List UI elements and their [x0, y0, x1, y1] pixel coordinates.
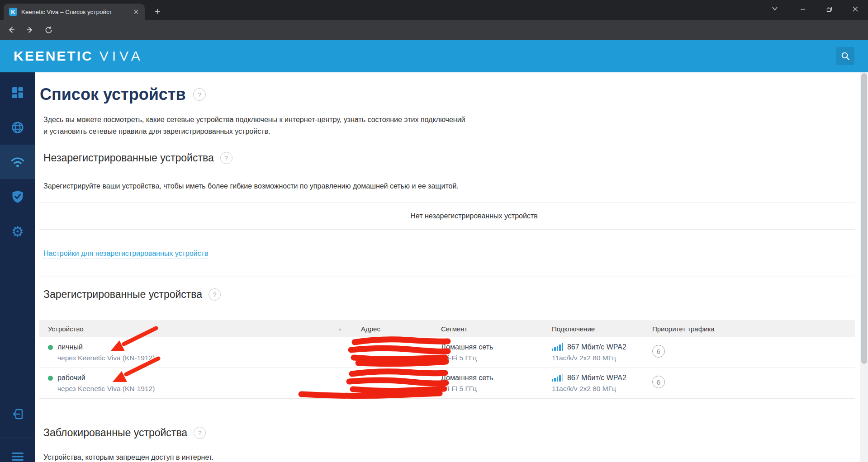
- sidebar-item-management[interactable]: ⚙: [0, 214, 35, 249]
- device-segment: Домашняя сеть: [441, 343, 552, 351]
- connection-mode: 11ac/k/v 2x2 80 МГц: [552, 385, 648, 393]
- wifi-icon: [10, 156, 25, 168]
- sidebar-item-internet[interactable]: [0, 110, 35, 145]
- page-help-button[interactable]: ?: [193, 88, 206, 101]
- page-intro: Здесь вы можете посмотреть, какие сетевы…: [43, 114, 465, 137]
- device-via: через Keenetic Viva (KN-1912): [57, 385, 361, 393]
- registered-help-button[interactable]: ?: [209, 288, 221, 301]
- brand-secondary: VIVA: [100, 48, 144, 64]
- sidebar-menu-toggle[interactable]: [0, 444, 35, 462]
- column-header-priority[interactable]: Приоритет трафика: [648, 321, 855, 337]
- logout-icon: [11, 408, 24, 420]
- unregistered-settings-link[interactable]: Настройки для незарегистрированных устро…: [43, 250, 208, 259]
- gear-icon: ⚙: [11, 225, 24, 239]
- sidebar-logout[interactable]: [0, 397, 35, 431]
- device-band: Wi-Fi 5 ГГц: [441, 354, 552, 362]
- sidebar-item-dashboard[interactable]: [0, 75, 35, 110]
- sort-ascending-icon: ▲: [338, 327, 342, 331]
- window-minimize-button[interactable]: [792, 0, 813, 18]
- unregistered-section-title: Незарегистрированные устройства ?: [43, 152, 232, 164]
- blocked-help-button[interactable]: ?: [194, 427, 206, 439]
- blocked-section-title: Заблокированные устройства ?: [43, 427, 206, 439]
- sidebar-divider: [0, 438, 35, 438]
- brand-primary: KEENETIC: [14, 48, 93, 64]
- reload-icon[interactable]: [42, 23, 55, 37]
- window-restore-button[interactable]: [819, 0, 840, 18]
- browser-toolbar: Не защищено my.keenetic.net/controlPanel…: [0, 20, 868, 40]
- shield-check-icon: [11, 190, 24, 203]
- device-segment: Домашняя сеть: [441, 374, 552, 382]
- table-row[interactable]: личный через Keenetic Viva (KN-1912) Дом…: [39, 337, 855, 368]
- tab-title: Keenetic Viva – Список устройст: [21, 9, 120, 15]
- tab-strip: K Keenetic Viva – Список устройст +: [0, 0, 868, 20]
- keenetic-logo: KEENETIC VIVA: [14, 40, 144, 72]
- column-header-address[interactable]: Адрес: [361, 321, 441, 337]
- registered-section-title: Зарегистрированные устройства ?: [43, 288, 221, 301]
- table-header-row: Устройство ▲ Адрес Сегмент Подключение П…: [39, 321, 855, 337]
- traffic-priority-badge[interactable]: 6: [652, 376, 665, 388]
- dashboard-grid-icon: [11, 86, 24, 99]
- sidebar-nav: ⚙: [0, 72, 35, 462]
- page-title-text: Список устройств: [40, 85, 186, 104]
- unregistered-empty-text: Нет незарегистрированных устройств: [39, 203, 855, 229]
- keenetic-favicon: K: [9, 8, 17, 16]
- sidebar-item-security[interactable]: [0, 179, 35, 214]
- browser-tab[interactable]: K Keenetic Viva – Список устройст: [4, 4, 145, 20]
- new-tab-button[interactable]: +: [151, 5, 164, 18]
- unregistered-help-button[interactable]: ?: [220, 152, 232, 164]
- connection-speed: 867 Мбит/с WPA2: [567, 374, 626, 382]
- page-scrollbar[interactable]: [860, 72, 868, 462]
- search-icon: [841, 52, 850, 61]
- globe-icon: [11, 121, 24, 134]
- unregistered-description: Зарегистрируйте ваши устройства, чтобы и…: [43, 182, 459, 190]
- intro-line-1: Здесь вы можете посмотреть, какие сетевы…: [43, 114, 465, 126]
- online-status-dot: [48, 376, 53, 381]
- page-title: Список устройств ?: [40, 85, 206, 104]
- section-divider: [39, 277, 855, 277]
- registered-devices-table: Устройство ▲ Адрес Сегмент Подключение П…: [39, 321, 855, 399]
- forward-icon[interactable]: [23, 23, 37, 37]
- signal-strength-icon: [552, 374, 563, 382]
- table-row[interactable]: рабочий через Keenetic Viva (KN-1912) До…: [39, 368, 855, 399]
- hamburger-menu-icon: [12, 453, 24, 461]
- browser-window: K Keenetic Viva – Список устройст +: [0, 0, 868, 462]
- intro-line-2: и установить сетевые правила для зарегис…: [43, 126, 465, 137]
- blocked-description: Устройства, которым запрещен доступ в ин…: [43, 453, 213, 462]
- devices-page: Список устройств ? Здесь вы можете посмо…: [35, 72, 868, 462]
- tab-close-icon[interactable]: [132, 8, 140, 16]
- device-band: Wi-Fi 5 ГГц: [441, 385, 552, 393]
- sidebar-item-my-networks[interactable]: [0, 145, 35, 179]
- column-header-connection[interactable]: Подключение: [552, 321, 648, 337]
- online-status-dot: [48, 345, 53, 350]
- column-header-device[interactable]: Устройство ▲: [39, 321, 361, 337]
- signal-strength-icon: [552, 343, 563, 351]
- app-header: KEENETIC VIVA: [0, 40, 868, 72]
- scrollbar-thumb[interactable]: [861, 73, 867, 364]
- column-header-segment[interactable]: Сегмент: [441, 321, 552, 337]
- device-via: через Keenetic Viva (KN-1912): [57, 354, 361, 362]
- back-icon[interactable]: [5, 23, 18, 37]
- connection-speed: 867 Мбит/с WPA2: [567, 343, 626, 351]
- divider: [39, 229, 855, 230]
- tab-search-chevron-icon[interactable]: [772, 6, 778, 11]
- connection-mode: 11ac/k/v 2x2 80 МГц: [552, 354, 648, 362]
- traffic-priority-badge[interactable]: 6: [652, 345, 665, 358]
- window-close-button[interactable]: [845, 0, 866, 18]
- device-name: рабочий: [57, 374, 85, 382]
- search-button[interactable]: [836, 47, 854, 65]
- device-name: личный: [57, 343, 83, 351]
